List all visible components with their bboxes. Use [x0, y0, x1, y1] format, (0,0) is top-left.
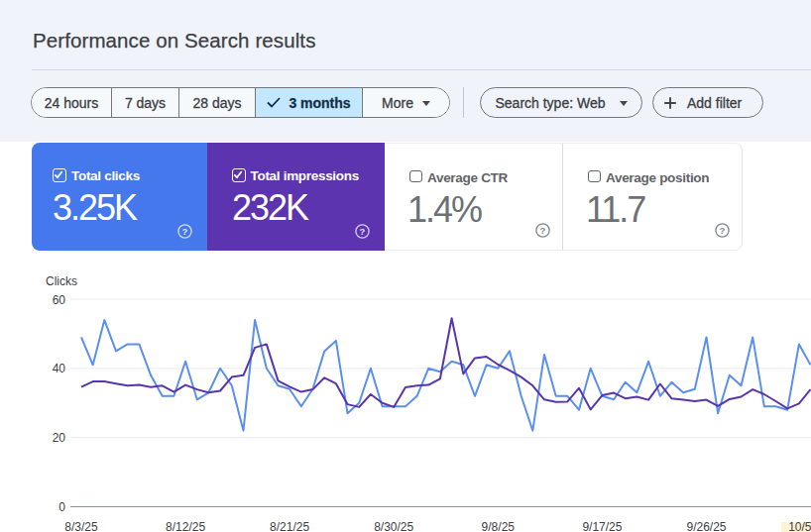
svg-text:20: 20: [53, 431, 66, 445]
svg-text:8/3/25: 8/3/25: [64, 520, 98, 532]
svg-text:60: 60: [53, 293, 66, 307]
svg-text:8/12/25: 8/12/25: [166, 520, 205, 532]
svg-text:0: 0: [58, 500, 65, 514]
svg-text:9/8/25: 9/8/25: [482, 520, 516, 532]
svg-text:8/21/25: 8/21/25: [270, 520, 309, 532]
svg-text:9/26/25: 9/26/25: [686, 520, 726, 532]
svg-text:10/5: 10/5: [788, 520, 811, 532]
svg-text:Clicks: Clicks: [46, 274, 77, 288]
svg-text:8/30/25: 8/30/25: [374, 520, 413, 532]
svg-text:40: 40: [53, 362, 66, 375]
svg-text:9/17/25: 9/17/25: [582, 520, 622, 532]
